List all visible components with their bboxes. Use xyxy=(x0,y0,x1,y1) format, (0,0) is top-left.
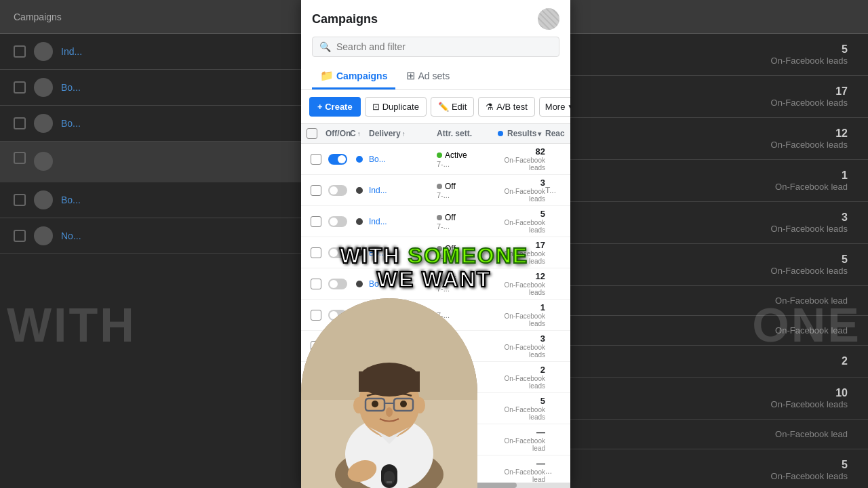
search-bar[interactable]: 🔍 xyxy=(312,37,559,57)
row2-delivery-label: Off xyxy=(445,182,456,191)
row1-delivery: Active 7-... xyxy=(437,150,498,168)
search-input[interactable] xyxy=(336,41,552,52)
row1-checkbox[interactable] xyxy=(311,154,321,165)
bg-right-num-5: 3 xyxy=(590,211,848,224)
row5-name[interactable]: Bo... xyxy=(369,279,437,289)
table-row: Bo... Off 7-... 12 On-Facebook leads xyxy=(301,268,570,300)
row1-checkbox-cell[interactable] xyxy=(307,154,326,165)
select-all-checkbox[interactable] xyxy=(307,128,317,139)
row3-toggle-cell[interactable] xyxy=(326,216,350,227)
row2-dot-cell xyxy=(350,187,369,194)
col-reach-label: Reac xyxy=(545,129,565,138)
search-icon: 🔍 xyxy=(319,41,331,52)
row5-toggle-cell[interactable] xyxy=(326,279,350,289)
row5-checkbox[interactable] xyxy=(311,279,321,289)
col-c-header[interactable]: C ↑ xyxy=(350,129,369,138)
row3-result-label: On-Facebook leads xyxy=(498,219,545,234)
table-row: Bo... Active 7-... 82 On-Facebook leads xyxy=(301,144,570,175)
row5-result-num: 12 xyxy=(536,271,545,281)
background-right-items: 5 On-Facebook leads 17 On-Facebook leads… xyxy=(570,0,868,488)
row4-name[interactable]: Bo... xyxy=(369,248,437,258)
edit-label: Edit xyxy=(452,102,467,112)
row5-delivery-label: Off xyxy=(445,275,456,285)
bg-right-label-2: On-Facebook leads xyxy=(590,98,848,108)
col-delivery-sort-icon: ↑ xyxy=(402,130,406,138)
col-attr-label: Attr. sett. xyxy=(437,129,472,138)
row5-attr: 7-... xyxy=(437,285,498,293)
bg-right-label-1: On-Facebook leads xyxy=(590,56,848,66)
row3-delivery: Off 7-... xyxy=(437,213,498,230)
bg-right-num-9: 2 xyxy=(590,355,848,367)
profile-avatar xyxy=(538,8,559,30)
col-delivery-header[interactable]: Delivery ↑ xyxy=(369,129,437,138)
svg-point-14 xyxy=(353,397,364,413)
results-dot xyxy=(498,131,503,136)
row2-result-num: 3 xyxy=(540,178,545,188)
row1-name[interactable]: Bo... xyxy=(369,155,437,164)
bg-right-label-3: On-Facebook leads xyxy=(590,140,848,150)
bg-right-num-1: 5 xyxy=(590,43,848,56)
row1-dot xyxy=(356,156,363,163)
row4-checkbox-cell[interactable] xyxy=(307,247,326,258)
ab-test-label: A/B test xyxy=(496,102,528,112)
row9-result-num: 5 xyxy=(540,396,545,406)
row6-results: 1 On-Facebook leads xyxy=(498,302,545,327)
bg-right-label-12: On-Facebook leads xyxy=(590,471,848,481)
row3-checkbox-cell[interactable] xyxy=(307,216,326,227)
row3-results: 5 On-Facebook leads xyxy=(498,209,545,234)
ab-test-icon: ⚗ xyxy=(486,102,494,112)
row3-name[interactable]: Ind... xyxy=(369,217,437,226)
row3-status-dot xyxy=(437,215,442,220)
col-reach-header[interactable]: Reac xyxy=(545,129,570,138)
tab-adsets-label: Ad sets xyxy=(418,70,450,81)
row4-toggle-cell[interactable] xyxy=(326,247,350,258)
tab-adsets[interactable]: ⊞ Ad sets xyxy=(398,64,458,89)
col-attr-header[interactable]: Attr. sett. xyxy=(437,129,498,138)
row2-toggle-cell[interactable] xyxy=(326,185,350,196)
row9-result-label: On-Facebook leads xyxy=(498,406,545,421)
row3-checkbox[interactable] xyxy=(311,216,321,227)
bg-left-item-2: Bo... xyxy=(61,82,81,93)
row4-attr: 7-... xyxy=(437,253,498,262)
row3-result-num: 5 xyxy=(540,209,545,219)
bg-left-item-3: Bo... xyxy=(61,118,81,129)
row2-reach: T... xyxy=(545,186,570,195)
col-delivery-label: Delivery xyxy=(369,129,401,138)
more-dropdown-icon: ▼ xyxy=(567,103,570,110)
row1-toggle-cell[interactable] xyxy=(326,154,350,165)
row4-toggle[interactable] xyxy=(328,247,347,258)
duplicate-button[interactable]: ⊡ Duplicate xyxy=(365,97,427,117)
ab-test-button[interactable]: ⚗ A/B test xyxy=(478,97,535,117)
bg-text-one: ONE xyxy=(752,298,861,352)
create-button[interactable]: + Create xyxy=(309,97,361,117)
row11-reach: ... xyxy=(545,466,570,476)
tab-campaigns-label: Campaigns xyxy=(336,70,387,81)
col-results-header[interactable]: Results ▾ xyxy=(498,129,545,138)
row1-toggle[interactable] xyxy=(328,154,347,165)
row4-checkbox[interactable] xyxy=(311,247,321,258)
row2-checkbox-cell[interactable] xyxy=(307,185,326,196)
row2-checkbox[interactable] xyxy=(311,185,321,196)
row5-status-dot xyxy=(437,277,442,283)
row5-toggle[interactable] xyxy=(328,279,347,289)
row2-name[interactable]: Ind... xyxy=(369,186,437,195)
row4-dot-cell xyxy=(350,249,369,256)
bg-text-with: WITH xyxy=(7,298,136,352)
row8-results: 2 On-Facebook leads xyxy=(498,365,545,390)
row2-delivery: Off 7-... xyxy=(437,182,498,199)
bg-right-label-6: On-Facebook leads xyxy=(590,266,848,276)
row5-delivery: Off 7-... xyxy=(437,275,498,293)
row4-dot xyxy=(356,249,363,256)
row3-toggle[interactable] xyxy=(328,216,347,227)
row5-dot xyxy=(356,281,363,287)
tab-campaigns[interactable]: 📁 Campaigns xyxy=(312,64,395,89)
row2-toggle[interactable] xyxy=(328,185,347,196)
col-offon-header: Off/On xyxy=(326,129,350,138)
edit-button[interactable]: ✏️ Edit xyxy=(431,97,474,117)
more-button[interactable]: More ▼ xyxy=(539,97,570,117)
table-header: Off/On C ↑ Delivery ↑ Attr. sett. Result… xyxy=(301,124,570,144)
row7-result-label: On-Facebook leads xyxy=(498,344,545,359)
row11-results: — On-Facebook lead xyxy=(498,458,545,483)
row5-checkbox-cell[interactable] xyxy=(307,279,326,289)
col-checkbox-header[interactable] xyxy=(307,128,326,139)
